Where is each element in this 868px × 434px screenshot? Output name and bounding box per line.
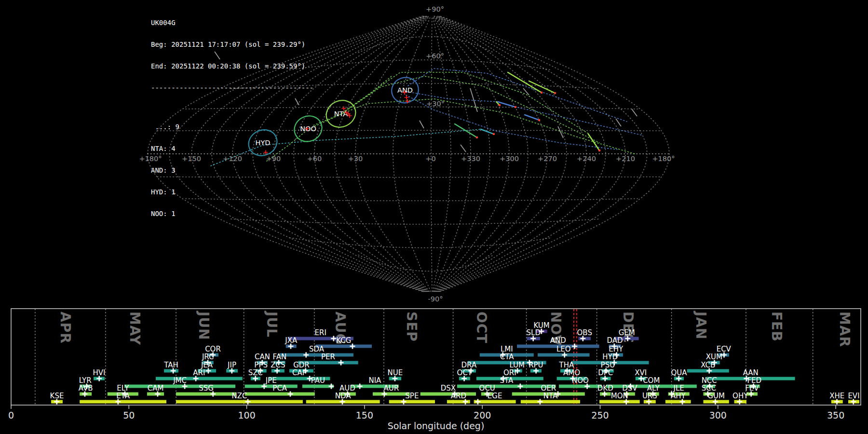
shower-qua: QUA	[671, 368, 687, 381]
shower-obs: OBS	[577, 328, 592, 341]
shower-activity-bar	[124, 385, 235, 388]
shower-code-label: LEO	[556, 345, 571, 353]
count-and: AND: 3	[151, 167, 313, 174]
graticule-parallel	[358, 37, 493, 53]
shower-code-label: NZC	[231, 392, 247, 400]
meteor-endpoint-dot	[554, 92, 556, 95]
map-longitude-label: +30	[348, 155, 363, 163]
sporadic-meteor-streak	[470, 88, 477, 112]
map-longitude-label: +180°	[652, 155, 675, 163]
shower-trail	[408, 68, 627, 122]
shower-code-label: HYD	[602, 353, 618, 361]
shower-xcb: XCB	[687, 361, 729, 374]
shower-code-label: AVB	[79, 384, 93, 393]
shower-hvi: HVI	[93, 368, 106, 381]
shower-code-label: XCB	[701, 361, 715, 369]
shower-dpc: DPC	[598, 368, 613, 381]
shower-nda: NDA	[306, 392, 380, 405]
map-longitude-label: +300	[500, 155, 519, 163]
shower-code-label: SLD	[527, 328, 541, 337]
shower-peak-marker	[303, 353, 309, 358]
shower-code-label: NIA	[368, 376, 381, 385]
x-axis-tick-label: 200	[474, 410, 491, 420]
shower-evi: EVI	[848, 392, 859, 405]
shower-activity-bar	[373, 393, 410, 396]
shower-code-label: JIP	[227, 361, 236, 369]
map-latitude-label: +90°	[426, 5, 444, 13]
shower-code-label: XUM	[706, 353, 722, 361]
x-axis-title: Solar longitude (deg)	[388, 420, 485, 431]
shower-cam: CAM	[147, 384, 164, 397]
sporadic-meteor-streak	[461, 145, 466, 152]
shower-code-label: SZC	[248, 368, 263, 377]
shower-code-label: JMC	[173, 376, 187, 385]
shower-code-label: OCT	[457, 368, 473, 377]
shower-sld: SLD	[527, 328, 541, 341]
shower-activity-bar	[176, 393, 236, 396]
shower-code-label: JXA	[285, 336, 298, 345]
shower-code-label: MON	[611, 392, 628, 400]
end-time: End: 20251122 00:20:38 (sol = 239.59°)	[151, 63, 313, 70]
meteor-endpoint-dot	[499, 104, 501, 107]
shower-code-label: HVI	[93, 368, 106, 377]
radiant-map-and-activity-chart: HYDNOONTAAND+180°+150+120+90+60+30+0+330…	[0, 0, 868, 434]
graticule-meridian	[439, 16, 625, 292]
shower-code-label: DPC	[598, 368, 613, 377]
shower-code-label: JRC	[202, 353, 214, 361]
shower-xhe: XHE	[829, 392, 844, 405]
shower-peak-marker	[517, 384, 523, 389]
shower-activity-bar	[316, 345, 372, 348]
shower-code-label: AHY	[671, 392, 686, 400]
shower-activity-bar	[245, 393, 315, 396]
month-label-jul: JUL	[264, 311, 280, 338]
shower-urs: URS	[642, 392, 657, 405]
shower-code-label: URS	[642, 392, 657, 400]
x-axis-tick-label: 300	[709, 410, 727, 420]
shower-peak-marker	[329, 384, 334, 389]
shower-peak-marker	[537, 399, 542, 405]
shower-code-label: GUM	[707, 392, 725, 400]
shower-code-label: QUA	[671, 368, 687, 377]
count-unassociated: ...: 9	[151, 123, 313, 131]
meteor-endpoint-dot	[598, 149, 601, 152]
shower-activity-bar	[599, 400, 640, 404]
shower-code-label: ERI	[315, 328, 326, 337]
shower-ege: EGE	[474, 392, 516, 405]
shower-code-label: PAU	[311, 376, 325, 385]
shower-code-label: RPU	[529, 361, 543, 369]
meteor-endpoint-dot	[515, 106, 517, 108]
meteor-observation-screen: HYDNOONTAAND+180°+150+120+90+60+30+0+330…	[0, 0, 868, 434]
map-latitude-label: +30°	[426, 100, 445, 108]
shower-code-label: CAP	[292, 368, 307, 377]
shower-code-label: PER	[321, 353, 335, 361]
shower-activity-bar	[521, 400, 580, 404]
shower-activity-bar	[156, 377, 243, 380]
shower-code-label: OBS	[577, 328, 592, 337]
month-label-sep: SEP	[404, 312, 420, 342]
month-label-jan: JAN	[693, 311, 709, 340]
meteor-streak	[455, 124, 477, 137]
shower-code-label: DAD	[607, 336, 623, 345]
shower-code-label: CAM	[148, 384, 164, 393]
shower-code-label: XHE	[829, 392, 844, 400]
x-axis-tick-label: 350	[827, 410, 844, 420]
shower-rpu: RPU	[529, 361, 543, 374]
map-longitude-label: +240	[577, 155, 596, 163]
count-hyd: HYD: 1	[151, 189, 313, 196]
shower-code-label: ARI	[193, 368, 205, 377]
shower-code-label: KSE	[50, 392, 64, 400]
month-label-jun: JUN	[196, 311, 212, 340]
shower-code-label: EVI	[848, 392, 859, 400]
shower-code-label: NUE	[388, 368, 403, 377]
observation-summary: UK004G Beg: 20251121 17:17:07 (sol = 239…	[151, 5, 313, 232]
shower-activity-bar	[665, 400, 691, 404]
month-label-oct: OCT	[474, 312, 489, 343]
count-noo: NOO: 1	[151, 210, 313, 217]
shower-code-label: PCA	[272, 384, 287, 393]
shower-kse: KSE	[50, 392, 64, 405]
shower-code-label: AND	[550, 336, 566, 345]
shower-zcs: ZCS	[271, 361, 285, 374]
graticule-parallel	[358, 255, 493, 271]
shower-activity-bar	[80, 400, 166, 404]
radiant-label-nta: NTA	[334, 110, 348, 118]
